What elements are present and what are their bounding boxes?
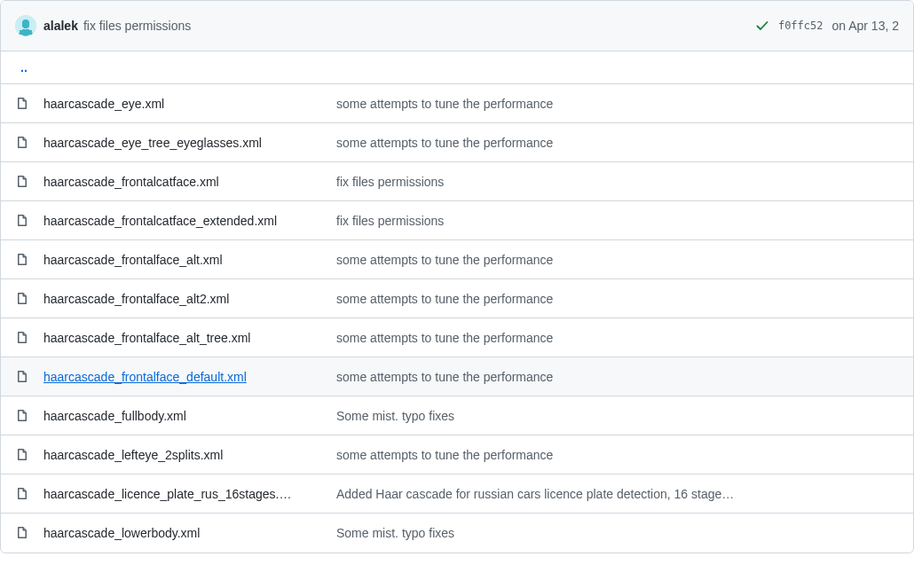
file-rows: haarcascade_eye.xmlsome attempts to tune… <box>1 84 913 553</box>
commit-message[interactable]: some attempts to tune the performance <box>336 331 899 345</box>
file-row[interactable]: haarcascade_frontalface_default.xmlsome … <box>1 357 913 396</box>
file-name[interactable]: haarcascade_lowerbody.xml <box>43 526 336 540</box>
file-row[interactable]: haarcascade_lowerbody.xmlSome mist. typo… <box>1 514 913 553</box>
file-name[interactable]: haarcascade_fullbody.xml <box>43 409 336 423</box>
commit-sha[interactable]: f0ffc52 <box>778 20 823 32</box>
file-name[interactable]: haarcascade_frontalface_alt_tree.xml <box>43 331 336 345</box>
svg-point-0 <box>15 15 36 36</box>
file-name[interactable]: haarcascade_eye.xml <box>43 97 336 111</box>
file-row[interactable]: haarcascade_eye.xmlsome attempts to tune… <box>1 84 913 123</box>
file-row[interactable]: haarcascade_frontalface_alt2.xmlsome att… <box>1 279 913 318</box>
parent-dir-row[interactable]: .. <box>1 51 913 84</box>
file-row[interactable]: haarcascade_fullbody.xmlSome mist. typo … <box>1 396 913 435</box>
file-icon <box>15 370 29 384</box>
commit-message[interactable]: some attempts to tune the performance <box>336 136 899 150</box>
file-name[interactable]: haarcascade_lefteye_2splits.xml <box>43 448 336 462</box>
check-icon[interactable] <box>755 19 769 33</box>
commit-message[interactable]: some attempts to tune the performance <box>336 370 899 384</box>
file-icon <box>15 253 29 267</box>
file-icon <box>15 448 29 462</box>
commit-author[interactable]: alalek <box>43 19 78 33</box>
avatar[interactable] <box>15 15 36 36</box>
file-icon <box>15 292 29 306</box>
parent-dir-link[interactable]: .. <box>15 60 28 74</box>
commit-title[interactable]: fix files permissions <box>83 19 191 33</box>
commit-message[interactable]: some attempts to tune the performance <box>336 448 899 462</box>
file-icon <box>15 175 29 189</box>
file-row[interactable]: haarcascade_lefteye_2splits.xmlsome atte… <box>1 435 913 474</box>
file-row[interactable]: haarcascade_eye_tree_eyeglasses.xmlsome … <box>1 123 913 162</box>
commit-meta: f0ffc52 on Apr 13, 2 <box>755 19 899 33</box>
commit-date[interactable]: on Apr 13, 2 <box>831 19 899 33</box>
file-list-box: alalek fix files permissions f0ffc52 on … <box>0 0 914 553</box>
file-name[interactable]: haarcascade_eye_tree_eyeglasses.xml <box>43 136 336 150</box>
commit-message[interactable]: Some mist. typo fixes <box>336 526 899 540</box>
file-name[interactable]: haarcascade_frontalcatface.xml <box>43 175 336 189</box>
commit-message[interactable]: fix files permissions <box>336 175 899 189</box>
file-row[interactable]: haarcascade_frontalface_alt_tree.xmlsome… <box>1 318 913 357</box>
commit-message[interactable]: Added Haar cascade for russian cars lice… <box>336 487 899 501</box>
file-icon <box>15 487 29 501</box>
file-name[interactable]: haarcascade_frontalface_default.xml <box>43 370 336 384</box>
commit-message[interactable]: Some mist. typo fixes <box>336 409 899 423</box>
file-icon <box>15 526 29 540</box>
file-name[interactable]: haarcascade_frontalcatface_extended.xml <box>43 214 336 228</box>
file-name[interactable]: haarcascade_frontalface_alt.xml <box>43 253 336 267</box>
commit-message[interactable]: some attempts to tune the performance <box>336 253 899 267</box>
file-row[interactable]: haarcascade_licence_plate_rus_16stages.…… <box>1 474 913 514</box>
svg-point-1 <box>22 20 29 27</box>
file-icon <box>15 97 29 111</box>
commit-message[interactable]: some attempts to tune the performance <box>336 292 899 306</box>
file-row[interactable]: haarcascade_frontalface_alt.xmlsome atte… <box>1 240 913 279</box>
file-icon <box>15 331 29 345</box>
file-row[interactable]: haarcascade_frontalcatface_extended.xmlf… <box>1 201 913 240</box>
file-name[interactable]: haarcascade_licence_plate_rus_16stages.… <box>43 487 336 501</box>
commit-message[interactable]: some attempts to tune the performance <box>336 97 899 111</box>
commit-message[interactable]: fix files permissions <box>336 214 899 228</box>
file-name[interactable]: haarcascade_frontalface_alt2.xml <box>43 292 336 306</box>
file-row[interactable]: haarcascade_frontalcatface.xmlfix files … <box>1 162 913 201</box>
file-icon <box>15 409 29 423</box>
commit-header: alalek fix files permissions f0ffc52 on … <box>1 1 913 51</box>
file-icon <box>15 214 29 228</box>
file-icon <box>15 136 29 150</box>
